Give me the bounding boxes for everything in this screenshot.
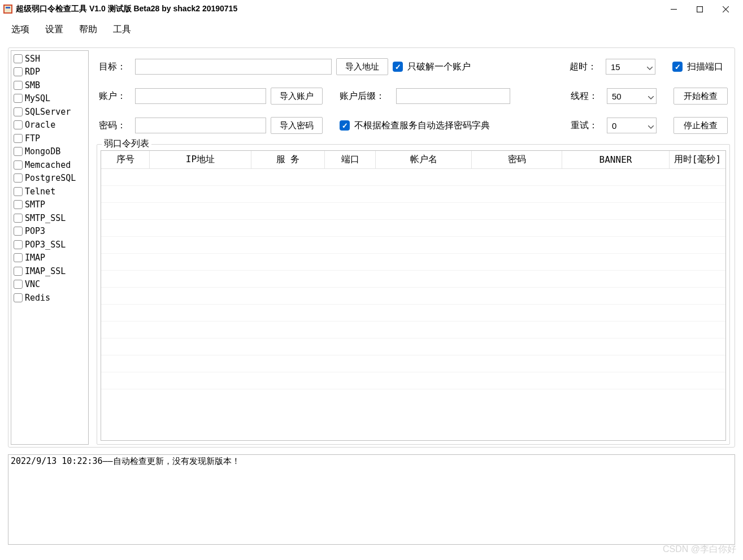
- service-checkbox[interactable]: [14, 214, 23, 223]
- close-button[interactable]: [712, 1, 738, 18]
- service-checkbox[interactable]: [14, 227, 23, 236]
- import-user-button[interactable]: 导入账户: [271, 88, 323, 105]
- service-label: SMTP: [25, 199, 45, 210]
- retry-combo[interactable]: 0: [607, 118, 657, 133]
- table-row: [101, 186, 725, 203]
- threads-combo[interactable]: 50: [607, 88, 657, 104]
- service-checkbox[interactable]: [14, 267, 23, 276]
- service-item-memcached[interactable]: Memcached: [14, 158, 88, 172]
- import-target-button[interactable]: 导入地址: [336, 58, 388, 75]
- user-label: 账户：: [99, 90, 131, 102]
- col-ip[interactable]: IP地址: [150, 151, 251, 169]
- maximize-button[interactable]: [686, 1, 712, 18]
- only-one-account-checkbox[interactable]: [393, 62, 403, 72]
- service-item-oracle[interactable]: Oracle: [14, 119, 88, 132]
- log-panel[interactable]: 2022/9/13 10:22:36——自动检查更新，没有发现新版本！: [8, 454, 735, 545]
- service-checkbox[interactable]: [14, 200, 23, 209]
- table-row: [101, 254, 725, 271]
- service-checkbox[interactable]: [14, 160, 23, 170]
- service-checkbox[interactable]: [14, 147, 23, 156]
- service-item-ftp[interactable]: FTP: [14, 132, 88, 145]
- service-checkbox[interactable]: [14, 67, 23, 76]
- window-title: 超级弱口令检查工具 V1.0 测试版 Beta28 by shack2 2019…: [16, 4, 237, 14]
- suffix-input[interactable]: [396, 88, 510, 104]
- svg-rect-4: [697, 6, 702, 12]
- service-item-mysql[interactable]: MySQL: [14, 92, 88, 106]
- start-button[interactable]: 开始检查: [674, 88, 728, 105]
- service-item-smb[interactable]: SMB: [14, 79, 88, 92]
- service-label: RDP: [25, 67, 40, 77]
- table-row: [101, 203, 725, 220]
- minimize-button[interactable]: [661, 1, 686, 18]
- col-account[interactable]: 帐户名: [376, 151, 472, 169]
- results-table[interactable]: 序号 IP地址 服 务 端口 帐户名 密码 BANNER 用时[毫秒]: [101, 150, 726, 441]
- service-item-telnet[interactable]: Telnet: [14, 185, 88, 198]
- scan-port-checkbox[interactable]: [672, 62, 683, 72]
- import-pass-button[interactable]: 导入密码: [271, 117, 323, 134]
- service-label: SQLServer: [25, 107, 71, 117]
- table-row: [101, 355, 725, 372]
- service-item-vnc[interactable]: VNC: [14, 278, 88, 292]
- menu-bar: 选项 设置 帮助 工具: [0, 18, 743, 44]
- service-checkbox[interactable]: [14, 94, 23, 103]
- table-row: [101, 305, 725, 322]
- user-input[interactable]: [135, 88, 266, 104]
- results-groupbox: 弱口令列表 序号 IP地址 服 务 端口 帐户名 密码 BANNER 用时[毫秒…: [97, 144, 730, 445]
- pass-label: 密码：: [99, 120, 131, 132]
- no-auto-dict-checkbox[interactable]: [340, 120, 350, 131]
- service-item-rdp[interactable]: RDP: [14, 66, 88, 79]
- col-elapsed[interactable]: 用时[毫秒]: [670, 151, 725, 169]
- app-icon: [3, 5, 12, 14]
- service-list[interactable]: SSHRDPSMBMySQLSQLServerOracleFTPMongoDBM…: [11, 50, 89, 445]
- service-checkbox[interactable]: [14, 173, 23, 183]
- service-checkbox[interactable]: [14, 293, 23, 302]
- service-checkbox[interactable]: [14, 187, 23, 196]
- service-label: IMAP: [25, 253, 45, 263]
- timeout-label: 超时：: [570, 61, 601, 73]
- target-input[interactable]: [135, 59, 332, 75]
- service-checkbox[interactable]: [14, 253, 23, 262]
- timeout-value: 15: [611, 62, 620, 72]
- service-checkbox[interactable]: [14, 134, 23, 143]
- table-row: [101, 220, 725, 237]
- chevron-down-icon: [648, 92, 654, 101]
- service-item-smtp[interactable]: SMTP: [14, 198, 88, 212]
- service-item-smtp_ssl[interactable]: SMTP_SSL: [14, 211, 88, 225]
- col-port[interactable]: 端口: [325, 151, 376, 169]
- stop-button[interactable]: 停止检查: [674, 117, 728, 134]
- service-checkbox[interactable]: [14, 107, 23, 116]
- menu-options[interactable]: 选项: [11, 24, 29, 36]
- chevron-down-icon: [648, 121, 654, 131]
- col-banner[interactable]: BANNER: [562, 151, 670, 169]
- service-item-sqlserver[interactable]: SQLServer: [14, 105, 88, 119]
- menu-help[interactable]: 帮助: [79, 24, 97, 36]
- table-row: [101, 372, 725, 389]
- service-item-mongodb[interactable]: MongoDB: [14, 145, 88, 159]
- pass-input[interactable]: [135, 118, 266, 133]
- table-row: [101, 169, 725, 186]
- service-item-postgresql[interactable]: PostgreSQL: [14, 172, 88, 185]
- col-password[interactable]: 密码: [472, 151, 562, 169]
- timeout-combo[interactable]: 15: [606, 59, 655, 75]
- service-checkbox[interactable]: [14, 81, 23, 90]
- service-checkbox[interactable]: [14, 54, 23, 63]
- service-checkbox[interactable]: [14, 120, 23, 129]
- table-row: [101, 338, 725, 355]
- scan-port-label: 扫描端口: [687, 61, 723, 73]
- col-seq[interactable]: 序号: [101, 151, 150, 169]
- service-checkbox[interactable]: [14, 240, 23, 249]
- service-label: IMAP_SSL: [25, 266, 66, 276]
- service-item-pop3_ssl[interactable]: POP3_SSL: [14, 238, 88, 251]
- service-item-redis[interactable]: Redis: [14, 291, 88, 305]
- col-service[interactable]: 服 务: [251, 151, 325, 169]
- menu-settings[interactable]: 设置: [45, 24, 63, 36]
- service-item-pop3[interactable]: POP3: [14, 225, 88, 238]
- service-item-imap_ssl[interactable]: IMAP_SSL: [14, 264, 88, 278]
- menu-tools[interactable]: 工具: [113, 24, 131, 36]
- service-item-imap[interactable]: IMAP: [14, 251, 88, 265]
- service-label: Oracle: [25, 120, 55, 130]
- table-body: [101, 169, 725, 389]
- retry-value: 0: [612, 121, 616, 131]
- service-checkbox[interactable]: [14, 280, 23, 289]
- service-item-ssh[interactable]: SSH: [14, 52, 88, 66]
